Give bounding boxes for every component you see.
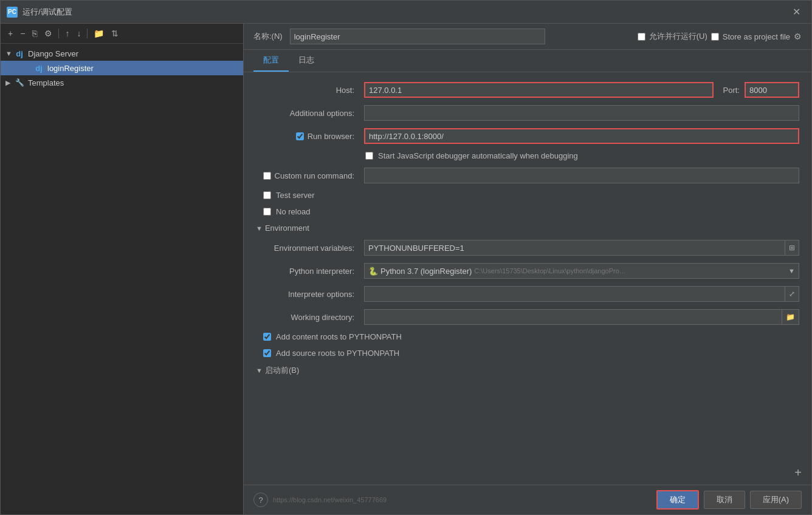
interpreter-options-expand-button[interactable]: ⤢ [785, 286, 799, 302]
settings-config-button[interactable]: ⚙ [42, 27, 55, 39]
config-form-area: Host: Port: Additional options: Run brow… [244, 72, 811, 466]
before-launch-title: 启动前(B) [265, 365, 299, 376]
no-reload-label: No reload [276, 207, 310, 216]
gear-icon[interactable]: ⚙ [794, 32, 802, 41]
run-browser-checkbox[interactable] [296, 132, 304, 140]
js-debugger-checkbox[interactable] [365, 152, 373, 160]
run-browser-input[interactable] [364, 128, 799, 144]
custom-run-input[interactable] [364, 168, 799, 183]
folder-button[interactable]: 📁 [91, 27, 106, 39]
python-interpreter-label: Python interpreter: [256, 267, 359, 276]
add-source-roots-label: Add source roots to PYTHONPATH [276, 349, 399, 358]
working-dir-row: Working directory: 📁 [256, 309, 799, 325]
custom-run-checkbox[interactable] [263, 172, 271, 180]
additional-options-row: Additional options: [256, 105, 799, 121]
add-source-roots-checkbox[interactable] [263, 349, 271, 357]
before-launch-section: ▼ 启动前(B) [256, 365, 799, 376]
working-dir-group: 📁 [364, 309, 799, 325]
toolbar-separator-2 [87, 29, 88, 38]
tree-arrow-templates: ▶ [5, 79, 14, 87]
apply-button[interactable]: 应用(A) [750, 491, 802, 509]
add-content-roots-label: Add content roots to PYTHONPATH [276, 332, 402, 341]
working-dir-input[interactable] [364, 309, 782, 325]
tree-label-login-register: loginRegister [47, 64, 94, 73]
custom-run-row: Custom run command: [256, 168, 799, 183]
tree-item-login-register[interactable]: dj loginRegister [1, 61, 243, 75]
env-vars-input[interactable] [364, 240, 785, 256]
env-vars-label: Environment variables: [256, 244, 359, 253]
sort-button[interactable]: ⇅ [109, 27, 121, 39]
before-launch-arrow[interactable]: ▼ [256, 367, 263, 374]
interpreter-path: C:\Users\15735\Desktop\Linux\python\djan… [474, 267, 626, 275]
allow-parallel-checkbox[interactable] [638, 33, 645, 41]
host-label: Host: [256, 86, 359, 95]
name-label: 名称:(N) [253, 31, 283, 42]
interpreter-options-label: Interpreter options: [256, 290, 359, 299]
run-browser-label: Run browser: [256, 132, 359, 141]
config-name-input[interactable] [290, 29, 545, 44]
interpreter-dropdown-arrow: ▼ [788, 267, 795, 275]
js-debugger-row: Start JavaScript debugger automatically … [256, 151, 799, 160]
python-interpreter-select[interactable]: 🐍 Python 3.7 (loginRegister) C:\Users\15… [364, 263, 799, 279]
tree-label-templates: Templates [28, 78, 64, 87]
copy-config-button[interactable]: ⎘ [30, 27, 40, 39]
before-launch-header: ▼ 启动前(B) [256, 365, 799, 376]
close-button[interactable]: ✕ [788, 4, 805, 20]
environment-title: Environment [265, 223, 309, 233]
additional-options-input[interactable] [364, 105, 799, 121]
tree-item-django-server[interactable]: ▼ dj Django Server [1, 46, 243, 61]
tabs-row: 配置 日志 [244, 50, 811, 72]
toolbar-separator [58, 29, 59, 38]
port-input[interactable] [745, 82, 799, 98]
add-content-roots-checkbox[interactable] [263, 333, 271, 341]
remove-config-button[interactable]: − [18, 27, 27, 39]
confirm-button[interactable]: 确定 [656, 490, 699, 510]
environment-section: ▼ Environment [256, 223, 799, 233]
help-button[interactable]: ? [253, 493, 268, 507]
env-vars-edit-button[interactable]: ⊞ [785, 240, 799, 256]
host-input[interactable] [364, 82, 714, 98]
tree-item-templates[interactable]: ▶ 🔧 Templates [1, 75, 243, 90]
app-icon: PC [7, 7, 18, 18]
footer-bar: ? https://blog.csdn.net/weixin_45777669 … [244, 485, 811, 514]
add-config-button[interactable]: + [5, 27, 15, 39]
move-down-button[interactable]: ↓ [74, 27, 83, 39]
right-panel: 名称:(N) 允许并行运行(U) Store as project file ⚙… [244, 24, 811, 514]
dialog-title: 运行/调试配置 [22, 7, 788, 18]
move-up-button[interactable]: ↑ [63, 27, 72, 39]
working-dir-label: Working directory: [256, 313, 359, 322]
test-server-row: Test server [256, 191, 799, 200]
interpreter-options-input[interactable] [364, 286, 785, 302]
store-project-label: Store as project file [723, 32, 790, 41]
no-reload-checkbox[interactable] [263, 208, 271, 216]
header-options: 允许并行运行(U) Store as project file ⚙ [638, 31, 802, 42]
no-reload-row: No reload [256, 207, 799, 216]
environment-arrow[interactable]: ▼ [256, 225, 263, 232]
tree-arrow-django: ▼ [5, 50, 14, 57]
test-server-checkbox[interactable] [263, 191, 271, 199]
working-dir-browse-button[interactable]: 📁 [782, 309, 799, 325]
env-vars-input-group: ⊞ [364, 240, 799, 256]
js-debugger-label: Start JavaScript debugger automatically … [378, 151, 578, 160]
login-register-icon: dj [33, 63, 44, 73]
django-server-icon: dj [14, 48, 25, 59]
interpreter-options-row: Interpreter options: ⤢ [256, 286, 799, 302]
help-area: ? https://blog.csdn.net/weixin_45777669 [253, 493, 387, 507]
run-browser-row: Run browser: [256, 128, 799, 144]
tree-label-django-server: Django Server [28, 49, 78, 58]
sidebar-toolbar: + − ⎘ ⚙ ↑ ↓ 📁 ⇅ [1, 24, 243, 44]
add-before-launch-button[interactable]: + [794, 466, 802, 480]
config-header-row: 名称:(N) 允许并行运行(U) Store as project file ⚙ [244, 24, 811, 50]
python-icon: 🐍 [368, 267, 378, 276]
config-tree: ▼ dj Django Server dj loginRegister ▶ 🔧 … [1, 44, 243, 514]
cancel-button[interactable]: 取消 [704, 491, 745, 509]
store-project-checkbox[interactable] [711, 33, 719, 41]
host-port-row: Host: Port: [256, 82, 799, 98]
tab-log[interactable]: 日志 [289, 50, 324, 72]
env-vars-row: Environment variables: ⊞ [256, 240, 799, 256]
add-before-launch-area: + [244, 466, 811, 485]
sidebar: + − ⎘ ⚙ ↑ ↓ 📁 ⇅ ▼ dj Django Server [1, 24, 244, 514]
additional-options-label: Additional options: [256, 109, 359, 118]
tab-config[interactable]: 配置 [253, 50, 289, 72]
interpreter-value: Python 3.7 (loginRegister) [380, 267, 472, 276]
